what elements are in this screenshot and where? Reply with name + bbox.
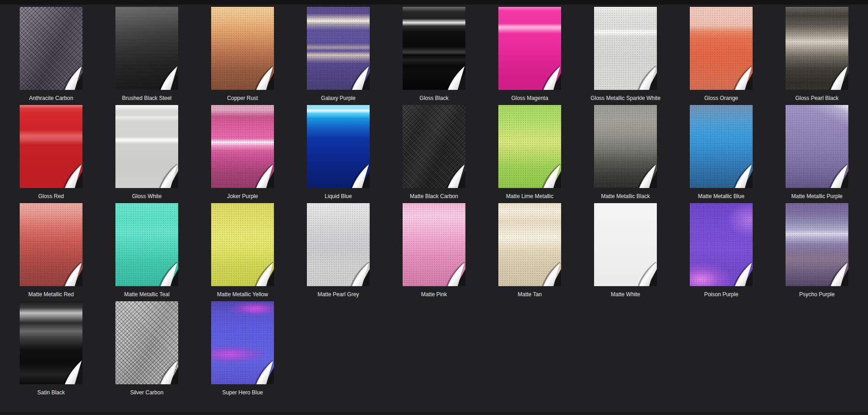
swatch-label: Matte White	[594, 286, 657, 301]
swatch-image[interactable]	[498, 203, 561, 286]
swatch-label: Gloss Red	[20, 188, 82, 203]
swatch-card[interactable]: Matte Metallic Purple	[786, 105, 848, 203]
swatch-image[interactable]	[211, 105, 274, 188]
swatch-card[interactable]: Poison Purple	[690, 203, 753, 301]
swatch-image[interactable]	[115, 105, 178, 188]
page-curl-icon	[537, 159, 561, 188]
swatch-image[interactable]	[211, 203, 274, 286]
swatch-card[interactable]: Silver Carbon	[115, 301, 178, 399]
swatch-card[interactable]: Matte Metallic Blue	[690, 105, 753, 203]
swatch-image[interactable]	[20, 203, 82, 286]
swatch-card[interactable]: Matte Metallic Red	[20, 203, 82, 301]
page-curl-icon	[58, 257, 82, 286]
swatch-image[interactable]	[498, 105, 561, 188]
page-curl-icon	[441, 257, 465, 286]
swatch-image[interactable]	[115, 203, 178, 286]
page-curl-icon	[250, 355, 274, 384]
swatch-label: Gloss Orange	[690, 90, 753, 105]
swatch-image[interactable]	[307, 203, 370, 286]
page-curl-icon	[250, 159, 274, 188]
page-curl-icon	[154, 355, 178, 384]
swatch-image[interactable]	[20, 105, 82, 188]
swatch-label: Poison Purple	[690, 286, 753, 301]
swatch-image[interactable]	[403, 7, 465, 90]
swatch-label: Matte Pink	[403, 286, 465, 301]
swatch-card[interactable]: Gloss Metallic Sparkle White	[594, 7, 657, 105]
swatch-image[interactable]	[594, 105, 657, 188]
swatch-label: Matte Metallic Purple	[786, 188, 848, 203]
swatch-card[interactable]: Super Hero Blue	[211, 301, 274, 399]
swatch-card[interactable]: Liquid Blue	[307, 105, 370, 203]
page-curl-icon	[154, 61, 178, 90]
swatch-image[interactable]	[307, 105, 370, 188]
page-curl-icon	[728, 159, 753, 188]
swatch-image[interactable]	[786, 105, 848, 188]
swatch-card[interactable]: Anthracite Carbon	[20, 7, 82, 105]
top-bar	[0, 0, 868, 5]
swatch-card[interactable]: Matte Metallic Black	[594, 105, 657, 203]
page-curl-icon	[58, 61, 82, 90]
swatch-card[interactable]: Psycho Purple	[786, 203, 848, 301]
swatch-card[interactable]: Matte Pink	[403, 203, 465, 301]
swatch-image[interactable]	[594, 203, 657, 286]
swatch-card[interactable]: Gloss Orange	[690, 7, 753, 105]
swatch-card[interactable]: Gloss Black	[403, 7, 465, 105]
swatch-card[interactable]: Joker Purple	[211, 105, 274, 203]
swatch-label: Matte Metallic Yellow	[211, 286, 274, 301]
swatch-card[interactable]: Matte Metallic Yellow	[211, 203, 274, 301]
swatch-label: Gloss Magenta	[498, 90, 561, 105]
page-curl-icon	[537, 61, 561, 90]
swatch-image[interactable]	[690, 203, 753, 286]
swatch-label: Matte Tan	[498, 286, 561, 301]
swatch-card[interactable]: Gloss Red	[20, 105, 82, 203]
swatch-card[interactable]: Matte Lime Metallic	[498, 105, 561, 203]
page-curl-icon	[633, 61, 657, 90]
swatch-image[interactable]	[690, 105, 753, 188]
page-curl-icon	[154, 159, 178, 188]
swatch-image[interactable]	[115, 301, 178, 384]
swatch-image[interactable]	[20, 301, 82, 384]
swatch-card[interactable]: Satin Black	[20, 301, 82, 399]
swatch-card[interactable]: Matte Pearl Grey	[307, 203, 370, 301]
swatch-card[interactable]: Brushed Black Steel	[115, 7, 178, 105]
swatch-card[interactable]: Matte Black Carbon	[403, 105, 465, 203]
page-curl-icon	[633, 159, 657, 188]
swatch-card[interactable]: Matte Tan	[498, 203, 561, 301]
swatch-card[interactable]: Matte Metallic Teal	[115, 203, 178, 301]
swatch-image[interactable]	[115, 7, 178, 90]
page-curl-icon	[441, 159, 465, 188]
swatch-image[interactable]	[498, 7, 561, 90]
swatch-label: Matte Metallic Teal	[115, 286, 178, 301]
swatch-image[interactable]	[20, 7, 82, 90]
swatch-label: Galaxy Purple	[307, 90, 370, 105]
swatch-image[interactable]	[211, 301, 274, 384]
swatch-image[interactable]	[403, 203, 465, 286]
swatch-image[interactable]	[307, 7, 370, 90]
swatch-label: Silver Carbon	[115, 384, 178, 399]
swatch-label: Matte Metallic Black	[594, 188, 657, 203]
page-curl-icon	[633, 257, 657, 286]
swatch-label: Anthracite Carbon	[20, 90, 82, 105]
swatch-card[interactable]: Matte White	[594, 203, 657, 301]
swatch-image[interactable]	[786, 7, 848, 90]
swatch-image[interactable]	[211, 7, 274, 90]
page-curl-icon	[728, 61, 753, 90]
swatch-card[interactable]: Gloss Pearl Black	[786, 7, 848, 105]
swatch-card[interactable]: Gloss Magenta	[498, 7, 561, 105]
swatch-label: Brushed Black Steel	[115, 90, 178, 105]
swatch-label: Gloss Metallic Sparkle White	[594, 90, 657, 105]
swatch-image[interactable]	[690, 7, 753, 90]
swatch-label: Matte Pearl Grey	[307, 286, 370, 301]
swatch-card[interactable]: Gloss White	[115, 105, 178, 203]
swatch-card[interactable]: Copper Rust	[211, 7, 274, 105]
page-curl-icon	[441, 61, 465, 90]
swatch-image[interactable]	[403, 105, 465, 188]
swatch-label: Gloss White	[115, 188, 178, 203]
swatch-grid: Anthracite Carbon Brushed Black Steel Co…	[0, 5, 868, 399]
swatch-image[interactable]	[594, 7, 657, 90]
swatch-label: Copper Rust	[211, 90, 274, 105]
swatch-card[interactable]: Galaxy Purple	[307, 7, 370, 105]
swatch-label: Matte Metallic Red	[20, 286, 82, 301]
swatch-image[interactable]	[786, 203, 848, 286]
page-curl-icon	[345, 159, 370, 188]
